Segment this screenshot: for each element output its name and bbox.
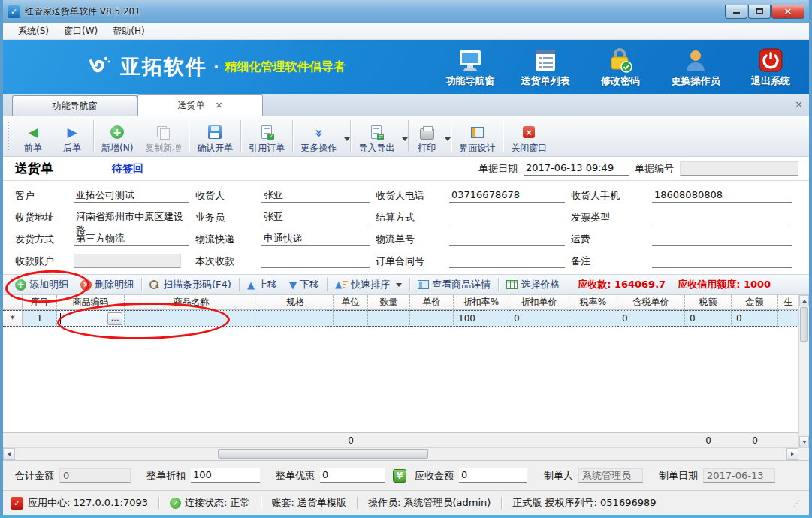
invoice-type-field[interactable] bbox=[652, 210, 792, 224]
nav-button-navigator[interactable]: 功能导航窗 bbox=[442, 46, 498, 88]
cell-seq[interactable]: 1 bbox=[23, 310, 57, 327]
grid-data-row[interactable]: * 1 … 100 0 0 0 0 bbox=[3, 310, 798, 327]
view-product-button[interactable]: 查看商品详情 bbox=[412, 278, 497, 291]
col-header-name[interactable]: 商品名称 bbox=[125, 295, 258, 310]
logistics-field[interactable]: 申通快递 bbox=[261, 232, 370, 246]
col-header-seq[interactable]: 序号 bbox=[23, 295, 57, 310]
nav-button-change-password[interactable]: 修改密码 bbox=[593, 46, 648, 88]
select-price-button[interactable]: 选择价格 bbox=[500, 278, 566, 291]
cell-name[interactable] bbox=[125, 310, 258, 327]
col-header-unit[interactable]: 单位 bbox=[334, 295, 368, 310]
quote-order-button[interactable]: ✓ 引用订单 bbox=[243, 116, 291, 156]
cell-qty[interactable] bbox=[368, 310, 410, 327]
move-up-button[interactable]: ▲ 上移 bbox=[241, 278, 283, 291]
scroll-down-button[interactable] bbox=[799, 436, 809, 447]
tab-delivery-note[interactable]: 送货单 × bbox=[137, 94, 263, 116]
cell-code[interactable]: … bbox=[57, 310, 125, 327]
cell-tax-price[interactable]: 0 bbox=[617, 310, 685, 327]
receivable-field[interactable]: 0 bbox=[459, 468, 527, 483]
col-header-qty[interactable]: 数量 bbox=[368, 295, 410, 310]
next-doc-button[interactable]: ▶ 后单 bbox=[53, 116, 92, 156]
consignee-mobile-field[interactable]: 18608080808 bbox=[652, 188, 792, 203]
horizontal-scrollbar[interactable] bbox=[3, 447, 809, 460]
scan-barcode-button[interactable]: 扫描条形码(F4) bbox=[143, 278, 237, 291]
delete-detail-button[interactable]: × 删除明细 bbox=[74, 278, 140, 291]
vertical-scroll-thumb[interactable] bbox=[800, 307, 808, 342]
brand-name: 亚拓软件 bbox=[120, 53, 207, 80]
close-window-button[interactable]: × 关闭窗口 bbox=[505, 116, 553, 156]
add-detail-button[interactable]: + 添加明细 bbox=[9, 278, 74, 291]
cell-unit[interactable] bbox=[334, 310, 368, 327]
close-button[interactable]: × bbox=[771, 5, 804, 19]
col-header-discount-rate[interactable]: 折扣率% bbox=[454, 295, 509, 310]
dropdown-caret-icon[interactable] bbox=[344, 137, 350, 141]
cell-tax[interactable]: 0 bbox=[685, 310, 732, 327]
scroll-left-button[interactable] bbox=[3, 448, 15, 460]
col-header-tax[interactable]: 税额 bbox=[685, 295, 732, 310]
nav-button-exit[interactable]: 退出系统 bbox=[743, 46, 798, 88]
cell-amount[interactable]: 0 bbox=[732, 310, 778, 327]
confirm-button[interactable]: 确认开单 bbox=[191, 116, 239, 156]
cell-spec[interactable] bbox=[258, 310, 334, 327]
tabstrip-close-icon[interactable]: × bbox=[795, 98, 803, 110]
more-actions-button[interactable]: » 更多操作 bbox=[294, 116, 349, 156]
tracking-no-field[interactable] bbox=[449, 232, 565, 246]
print-button[interactable]: 打印 bbox=[410, 116, 449, 156]
minimize-button[interactable] bbox=[725, 5, 747, 19]
col-header-price[interactable]: 单价 bbox=[410, 295, 454, 310]
cell-discount-price[interactable]: 0 bbox=[509, 310, 569, 327]
ship-method-field[interactable]: 第三方物流 bbox=[74, 232, 189, 246]
payment-field[interactable] bbox=[261, 254, 370, 268]
order-discount-field[interactable]: 100 bbox=[191, 468, 260, 483]
col-header-extra[interactable]: 生 bbox=[778, 295, 798, 310]
cell-extra[interactable] bbox=[778, 310, 798, 327]
import-export-button[interactable]: ⇄ 导入导出 bbox=[352, 116, 406, 156]
col-header-amount[interactable]: 金额 bbox=[732, 295, 778, 310]
maximize-button[interactable] bbox=[748, 5, 771, 19]
salesman-field[interactable]: 张亚 bbox=[261, 210, 370, 224]
menu-help[interactable]: 帮助(H) bbox=[105, 23, 152, 39]
nav-button-change-operator[interactable]: 更换操作员 bbox=[668, 46, 723, 88]
yen-button[interactable]: ¥ bbox=[393, 469, 406, 483]
order-promo-field[interactable]: 0 bbox=[320, 468, 385, 483]
scroll-up-button[interactable] bbox=[799, 295, 809, 306]
scroll-right-button[interactable] bbox=[786, 448, 798, 460]
dropdown-caret-icon[interactable] bbox=[445, 137, 451, 141]
remark-field[interactable] bbox=[652, 254, 792, 268]
dropdown-caret-icon[interactable] bbox=[396, 283, 402, 287]
field-label-salesman: 业务员 bbox=[195, 211, 261, 224]
prev-doc-button[interactable]: ◀ 前单 bbox=[14, 116, 53, 156]
col-header-discount-price[interactable]: 折扣单价 bbox=[509, 295, 569, 310]
resize-grip[interactable]: ⋰ bbox=[793, 499, 801, 507]
col-header-tax-price[interactable]: 含税单价 bbox=[617, 295, 685, 310]
dropdown-caret-icon[interactable] bbox=[402, 137, 408, 141]
menu-system[interactable]: 系统(S) bbox=[11, 23, 56, 39]
tab-navigator[interactable]: 功能导航窗 bbox=[12, 95, 137, 116]
vertical-scrollbar[interactable] bbox=[798, 295, 809, 447]
menu-window[interactable]: 窗口(W) bbox=[56, 23, 105, 39]
freight-field[interactable] bbox=[652, 232, 792, 246]
cell-price[interactable] bbox=[410, 310, 454, 327]
contract-no-field[interactable] bbox=[449, 254, 565, 268]
settlement-field[interactable] bbox=[449, 210, 565, 224]
tab-close-icon[interactable]: × bbox=[215, 100, 222, 110]
consignee-phone-field[interactable]: 03716678678 bbox=[449, 188, 565, 203]
nav-button-delivery-list[interactable]: 送货单列表 bbox=[518, 46, 573, 88]
ui-design-button[interactable]: 界面设计 bbox=[453, 116, 501, 156]
horizontal-scroll-thumb[interactable] bbox=[218, 449, 428, 459]
col-header-spec[interactable]: 规格 bbox=[258, 295, 334, 310]
move-down-button[interactable]: ▼ 下移 bbox=[283, 278, 325, 291]
lookup-ellipsis-button[interactable]: … bbox=[107, 312, 122, 325]
new-button[interactable]: + 新增(N) bbox=[95, 116, 139, 156]
address-field[interactable]: 河南省郑州市中原区建设路 bbox=[74, 210, 189, 224]
cell-discount-rate[interactable]: 100 bbox=[454, 310, 509, 327]
field-label-invoice-type: 发票类型 bbox=[571, 211, 652, 224]
doc-number-label: 单据编号 bbox=[635, 162, 674, 176]
col-header-code[interactable]: 商品编码 bbox=[57, 295, 125, 310]
customer-field[interactable]: 亚拓公司测试 bbox=[74, 188, 189, 203]
quick-sort-button[interactable]: ▲ 快速排序 bbox=[329, 278, 408, 291]
doc-date-field[interactable]: 2017-06-13 09:49 bbox=[524, 161, 629, 176]
cell-tax-rate[interactable] bbox=[569, 310, 617, 327]
col-header-tax-rate[interactable]: 税率% bbox=[569, 295, 617, 310]
consignee-field[interactable]: 张亚 bbox=[261, 188, 370, 203]
